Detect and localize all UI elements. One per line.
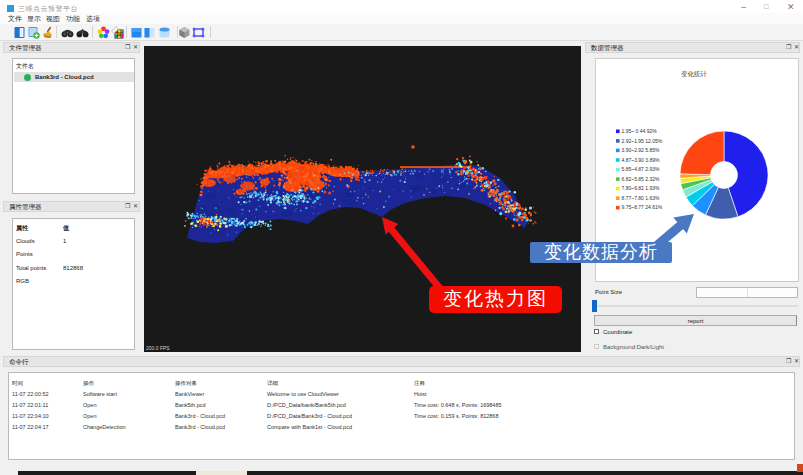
svg-text:9.75~8.77 24.61%: 9.75~8.77 24.61%: [622, 204, 663, 210]
svg-text:8.77~7.80 1.63%: 8.77~7.80 1.63%: [622, 195, 661, 201]
svg-text:3.90~2.92 5.85%: 3.90~2.92 5.85%: [622, 147, 661, 153]
svg-text:1.95~ 0 44.92%: 1.95~ 0 44.92%: [622, 128, 658, 134]
svg-text:4.87~3.90 3.89%: 4.87~3.90 3.89%: [622, 157, 661, 163]
svg-text:变化统计: 变化统计: [681, 70, 708, 78]
svg-text:6.82~5.85 2.32%: 6.82~5.85 2.32%: [622, 176, 661, 182]
svg-text:2.92~1.95 12.05%: 2.92~1.95 12.05%: [622, 138, 663, 144]
svg-text:5.85~4.87 2.93%: 5.85~4.87 2.93%: [622, 166, 661, 172]
svg-text:7.80~6.82 1.93%: 7.80~6.82 1.93%: [622, 185, 661, 191]
